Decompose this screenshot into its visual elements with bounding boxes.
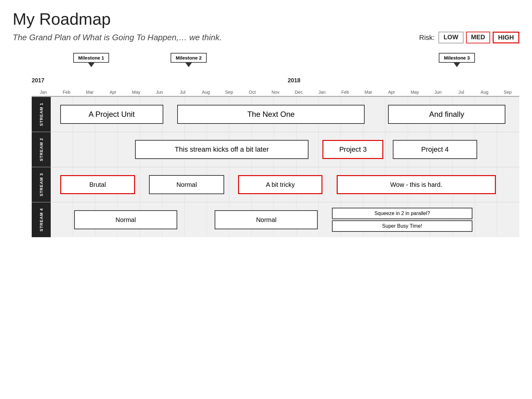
project-bars-4: NormalNormalSqueeze in 2 in parallel?Sup… bbox=[51, 202, 519, 237]
subtitle: The Grand Plan of What is Going To Happe… bbox=[13, 33, 222, 42]
bar-4-1: Normal bbox=[74, 210, 177, 229]
stream-row-1: STREAM 1A Project UnitThe Next OneAnd fi… bbox=[32, 97, 519, 132]
bar-3-2: Normal bbox=[149, 175, 224, 194]
stream-label-4: STREAM 4 bbox=[32, 202, 51, 237]
bar-2-3: Project 4 bbox=[393, 140, 477, 159]
timeline-container: Milestone 1Milestone 2Milestone 3 201720… bbox=[32, 53, 519, 237]
month-cell-0: Jan bbox=[32, 90, 55, 95]
milestones-row: Milestone 1Milestone 2Milestone 3 bbox=[32, 53, 519, 78]
streams-area: STREAM 1A Project UnitThe Next OneAnd fi… bbox=[32, 97, 519, 237]
risk-badge-high: HIGH bbox=[493, 32, 519, 43]
milestone-1: Milestone 1 bbox=[73, 53, 109, 67]
month-cell-20: Sep bbox=[496, 90, 519, 95]
milestone-arrow-2 bbox=[185, 63, 192, 67]
bar-1-3: And finally bbox=[388, 105, 505, 124]
month-cell-4: May bbox=[125, 90, 148, 95]
month-cell-12: Jan bbox=[310, 90, 334, 95]
month-cell-19: Aug bbox=[473, 90, 496, 95]
milestone-box-2: Milestone 2 bbox=[171, 53, 207, 63]
bar-1-1: A Project Unit bbox=[60, 105, 163, 124]
milestone-arrow-1 bbox=[88, 63, 94, 67]
stream-label-1: STREAM 1 bbox=[32, 97, 51, 132]
month-cell-3: Apr bbox=[101, 90, 125, 95]
month-cell-8: Sep bbox=[217, 90, 241, 95]
project-bars-2: This stream kicks off a bit laterProject… bbox=[51, 132, 519, 167]
month-cell-11: Dec bbox=[287, 90, 310, 95]
milestone-arrow-3 bbox=[454, 63, 460, 67]
risk-legend: Risk: LOWMEDHIGH bbox=[419, 32, 519, 43]
year-label-2017: 2017 bbox=[32, 77, 44, 84]
month-cell-15: Apr bbox=[380, 90, 403, 95]
stream-grid-4: NormalNormalSqueeze in 2 in parallel?Sup… bbox=[51, 202, 519, 237]
month-cell-16: May bbox=[403, 90, 426, 95]
stacked-bar-4-1: Squeeze in 2 in parallel? bbox=[332, 208, 472, 219]
milestone-box-1: Milestone 1 bbox=[73, 53, 109, 63]
bar-2-2: Project 3 bbox=[322, 140, 383, 159]
month-cell-2: Mar bbox=[78, 90, 101, 95]
month-cell-7: Aug bbox=[194, 90, 217, 95]
year-labels-row: 20172018 bbox=[32, 78, 519, 90]
bar-1-2: The Next One bbox=[177, 105, 365, 124]
risk-badge-med: MED bbox=[466, 32, 490, 43]
bar-4-2: Normal bbox=[215, 210, 318, 229]
project-bars-1: A Project UnitThe Next OneAnd finally bbox=[51, 97, 519, 132]
stream-grid-2: This stream kicks off a bit laterProject… bbox=[51, 132, 519, 167]
stream-row-2: STREAM 2This stream kicks off a bit late… bbox=[32, 132, 519, 167]
month-cell-17: Jun bbox=[426, 90, 450, 95]
months-row: JanFebMarAprMayJunJulAugSepOctNovDecJanF… bbox=[32, 90, 519, 97]
stream-label-2: STREAM 2 bbox=[32, 132, 51, 167]
bar-2-1: This stream kicks off a bit later bbox=[135, 140, 308, 159]
stream-grid-3: BrutalNormalA bit trickyWow - this is ha… bbox=[51, 167, 519, 202]
month-cell-18: Jul bbox=[450, 90, 473, 95]
month-cell-13: Feb bbox=[334, 90, 357, 95]
month-cell-1: Feb bbox=[55, 90, 78, 95]
bar-3-1: Brutal bbox=[60, 175, 135, 194]
year-label-2018: 2018 bbox=[288, 77, 300, 84]
month-cell-6: Jul bbox=[171, 90, 194, 95]
stacked-bar-4-2: Super Busy Time! bbox=[332, 220, 472, 232]
stream-grid-1: A Project UnitThe Next OneAnd finally bbox=[51, 97, 519, 132]
bar-3-4: Wow - this is hard. bbox=[337, 175, 496, 194]
stream-row-4: STREAM 4NormalNormalSqueeze in 2 in para… bbox=[32, 202, 519, 237]
milestone-2: Milestone 2 bbox=[171, 53, 207, 67]
project-bars-3: BrutalNormalA bit trickyWow - this is ha… bbox=[51, 167, 519, 202]
page-title: My Roadmap bbox=[13, 10, 519, 28]
risk-badge-low: LOW bbox=[438, 32, 464, 43]
month-cell-14: Mar bbox=[357, 90, 380, 95]
bar-3-3: A bit tricky bbox=[238, 175, 322, 194]
risk-label: Risk: bbox=[419, 34, 435, 42]
month-cell-5: Jun bbox=[148, 90, 171, 95]
month-cell-9: Oct bbox=[241, 90, 264, 95]
milestone-3: Milestone 3 bbox=[439, 53, 475, 67]
milestone-box-3: Milestone 3 bbox=[439, 53, 475, 63]
stream-row-3: STREAM 3BrutalNormalA bit trickyWow - th… bbox=[32, 167, 519, 202]
bar-stack-4: Squeeze in 2 in parallel?Super Busy Time… bbox=[332, 208, 472, 232]
month-cell-10: Nov bbox=[264, 90, 287, 95]
stream-label-3: STREAM 3 bbox=[32, 167, 51, 202]
